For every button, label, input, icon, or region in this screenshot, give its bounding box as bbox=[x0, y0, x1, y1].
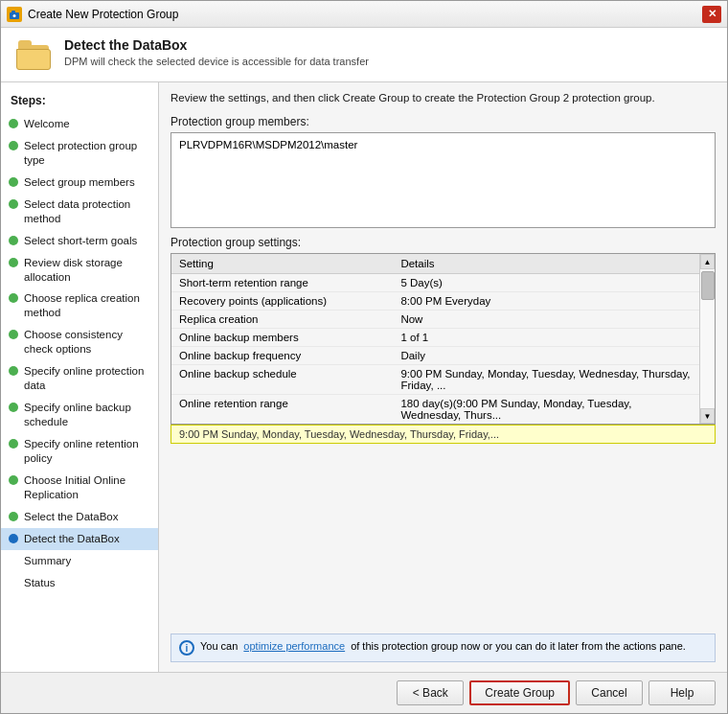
svg-point-2 bbox=[13, 14, 16, 17]
sidebar-item-protection-method[interactable]: Select data protection method bbox=[1, 194, 158, 230]
step-dot bbox=[9, 236, 18, 245]
scroll-up-button[interactable]: ▲ bbox=[700, 254, 715, 269]
setting-name: Online backup schedule bbox=[171, 365, 393, 395]
setting-details: 180 day(s)(9:00 PM Sunday, Monday, Tuesd… bbox=[393, 395, 699, 425]
settings-label: Protection group settings: bbox=[171, 236, 716, 249]
info-text-before: You can bbox=[200, 640, 238, 652]
step-dot-active bbox=[9, 534, 18, 543]
sidebar-item-short-term[interactable]: Select short-term goals bbox=[1, 230, 158, 252]
step-dot bbox=[9, 439, 18, 449]
setting-name: Short-term retention range bbox=[171, 274, 393, 292]
table-scrollbar[interactable]: ▲ ▼ bbox=[699, 254, 715, 424]
setting-details: Now bbox=[393, 311, 699, 329]
step-dot bbox=[9, 512, 18, 521]
sidebar-item-initial-online[interactable]: Choose Initial Online Replication bbox=[1, 470, 158, 506]
sidebar-item-online-backup-schedule[interactable]: Specify online backup schedule bbox=[1, 397, 158, 433]
settings-table: Setting Details Short-term retention ran… bbox=[171, 254, 699, 424]
step-dot bbox=[9, 578, 18, 587]
setting-details: 8:00 PM Everyday bbox=[393, 292, 699, 311]
review-text: Review the settings, and then click Crea… bbox=[171, 92, 716, 104]
step-dot bbox=[9, 403, 18, 412]
footer: < Back Create Group Cancel Help bbox=[1, 672, 727, 713]
step-dot bbox=[9, 556, 18, 565]
sidebar-item-online-protection[interactable]: Specify online protection data bbox=[1, 360, 158, 397]
header-subtitle: DPM will check the selected device is ac… bbox=[64, 56, 369, 67]
sidebar-item-label: Review disk storage allocation bbox=[24, 256, 150, 285]
app-icon bbox=[7, 7, 22, 22]
setting-name: Online backup members bbox=[171, 329, 393, 347]
table-row: Online backup schedule 9:00 PM Sunday, M… bbox=[171, 365, 699, 395]
title-bar: Create New Protection Group ✕ bbox=[1, 1, 727, 28]
header-title: Detect the DataBox bbox=[64, 37, 369, 53]
step-dot bbox=[9, 258, 18, 267]
table-row: Online retention range 180 day(s)(9:00 P… bbox=[171, 395, 699, 425]
sidebar-item-label: Select the DataBox bbox=[24, 510, 118, 524]
info-icon: i bbox=[179, 640, 194, 656]
step-dot bbox=[9, 366, 18, 376]
setting-details: 9:00 PM Sunday, Monday, Tuesday, Wednesd… bbox=[393, 365, 699, 395]
sidebar-item-select-databox[interactable]: Select the DataBox bbox=[1, 506, 158, 528]
main-content: Steps: Welcome Select protection group t… bbox=[1, 82, 727, 672]
sidebar-item-label: Specify online protection data bbox=[24, 364, 150, 393]
sidebar-item-consistency-check[interactable]: Choose consistency check options bbox=[1, 324, 158, 360]
sidebar-item-group-members[interactable]: Select group members bbox=[1, 172, 158, 194]
setting-details: 5 Day(s) bbox=[393, 274, 699, 292]
settings-section: Protection group settings: Setting Detai… bbox=[171, 236, 716, 626]
members-section: Protection group members: PLRVDPM16R\MSD… bbox=[171, 115, 716, 228]
header-section: Detect the DataBox DPM will check the se… bbox=[1, 28, 727, 82]
sidebar-item-label: Detect the DataBox bbox=[24, 532, 120, 546]
col-details: Details bbox=[393, 254, 699, 274]
sidebar-item-label: Select protection group type bbox=[24, 139, 150, 168]
sidebar-item-group-type[interactable]: Select protection group type bbox=[1, 135, 158, 172]
sidebar-item-detect-databox[interactable]: Detect the DataBox bbox=[1, 528, 158, 550]
scroll-down-button[interactable]: ▼ bbox=[700, 408, 715, 424]
table-row: Online backup frequency Daily bbox=[171, 347, 699, 365]
setting-name: Online backup frequency bbox=[171, 347, 393, 365]
main-window: Create New Protection Group ✕ Detect the… bbox=[0, 0, 728, 714]
sidebar-item-status[interactable]: Status bbox=[1, 572, 158, 594]
members-box: PLRVDPM16R\MSDPM2012\master bbox=[171, 132, 716, 228]
sidebar-item-label: Select group members bbox=[24, 175, 135, 190]
sidebar-item-label: Select short-term goals bbox=[24, 234, 137, 248]
info-text-after: of this protection group now or you can … bbox=[351, 640, 686, 652]
member-value: PLRVDPM16R\MSDPM2012\master bbox=[179, 139, 357, 150]
step-dot bbox=[9, 177, 18, 187]
sidebar-item-label: Select data protection method bbox=[24, 197, 150, 226]
step-dot bbox=[9, 475, 18, 485]
members-label: Protection group members: bbox=[171, 115, 716, 128]
tooltip-text: 9:00 PM Sunday, Monday, Tuesday, Wednesd… bbox=[179, 428, 499, 440]
step-dot bbox=[9, 141, 18, 150]
sidebar-item-label: Welcome bbox=[24, 117, 70, 131]
sidebar-item-summary[interactable]: Summary bbox=[1, 550, 158, 572]
step-dot bbox=[9, 330, 18, 339]
header-text: Detect the DataBox DPM will check the se… bbox=[64, 37, 369, 67]
table-row: Online backup members 1 of 1 bbox=[171, 329, 699, 347]
setting-name: Online retention range bbox=[171, 395, 393, 425]
sidebar-item-label: Choose replica creation method bbox=[24, 291, 150, 320]
help-button[interactable]: Help bbox=[648, 680, 716, 705]
tooltip-bar: 9:00 PM Sunday, Monday, Tuesday, Wednesd… bbox=[171, 425, 716, 444]
sidebar-item-retention-policy[interactable]: Specify online retention policy bbox=[1, 433, 158, 470]
svg-rect-1 bbox=[11, 11, 15, 13]
scroll-thumb[interactable] bbox=[701, 271, 715, 300]
sidebar-item-welcome[interactable]: Welcome bbox=[1, 113, 158, 135]
sidebar-item-disk-storage[interactable]: Review disk storage allocation bbox=[1, 252, 158, 288]
sidebar-item-label: Choose consistency check options bbox=[24, 328, 150, 357]
step-dot bbox=[9, 293, 18, 303]
scroll-track bbox=[700, 269, 715, 408]
create-group-button[interactable]: Create Group bbox=[469, 680, 570, 705]
optimize-performance-link[interactable]: optimize performance bbox=[243, 640, 345, 652]
setting-details: 1 of 1 bbox=[393, 329, 699, 347]
steps-label: Steps: bbox=[1, 90, 158, 113]
back-button[interactable]: < Back bbox=[397, 680, 464, 705]
table-row: Short-term retention range 5 Day(s) bbox=[171, 274, 699, 292]
cancel-button[interactable]: Cancel bbox=[576, 680, 643, 705]
content-panel: Review the settings, and then click Crea… bbox=[159, 82, 727, 672]
col-setting: Setting bbox=[171, 254, 393, 274]
sidebar-item-label: Choose Initial Online Replication bbox=[24, 473, 150, 502]
sidebar-item-replica-creation[interactable]: Choose replica creation method bbox=[1, 288, 158, 324]
setting-name: Recovery points (applications) bbox=[171, 292, 393, 311]
sidebar: Steps: Welcome Select protection group t… bbox=[1, 82, 159, 672]
close-button[interactable]: ✕ bbox=[702, 6, 721, 23]
step-dot bbox=[9, 199, 18, 209]
